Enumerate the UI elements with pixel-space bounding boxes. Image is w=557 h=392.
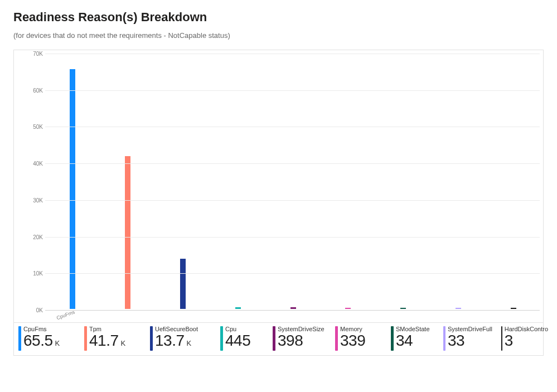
gridline bbox=[45, 163, 540, 164]
chart-bar[interactable] bbox=[511, 308, 516, 309]
card-number: 13.7 bbox=[155, 333, 185, 349]
summary-card[interactable]: CpuFms65.5K bbox=[14, 326, 80, 351]
card-unit: K bbox=[55, 340, 60, 347]
page-subtitle: (for devices that do not meet the requir… bbox=[13, 31, 544, 40]
card-text: Tpm41.7K bbox=[89, 326, 125, 349]
card-accent bbox=[273, 326, 275, 351]
card-text: SModeState34 bbox=[396, 326, 430, 349]
card-accent bbox=[335, 326, 338, 351]
card-number: 398 bbox=[278, 333, 303, 349]
card-text: HardDiskContro3 bbox=[505, 326, 548, 349]
card-value: 13.7K bbox=[155, 333, 198, 349]
summary-card[interactable]: HardDiskContro3 bbox=[497, 326, 553, 351]
y-axis-tick: 70K bbox=[24, 51, 43, 57]
chart-bar[interactable] bbox=[125, 156, 130, 309]
card-value: 3 bbox=[505, 333, 548, 349]
y-axis-tick: 30K bbox=[24, 197, 43, 203]
x-axis-label: CpuFms bbox=[56, 309, 75, 321]
summary-cards: CpuFms65.5KTpm41.7KUefiSecureBoot13.7KCp… bbox=[13, 323, 544, 356]
readiness-chart: 0K10K20K30K40K50K60K70KCpuFms bbox=[13, 50, 544, 323]
y-axis-tick: 40K bbox=[24, 161, 43, 167]
card-value: 339 bbox=[340, 333, 365, 349]
card-number: 41.7 bbox=[89, 333, 119, 349]
gridline bbox=[45, 200, 540, 201]
card-value: 398 bbox=[278, 333, 324, 349]
card-text: SystemDriveSize398 bbox=[278, 326, 324, 349]
summary-card[interactable]: SystemDriveSize398 bbox=[268, 326, 331, 351]
gridline bbox=[45, 273, 540, 274]
card-value: 41.7K bbox=[89, 333, 125, 349]
y-axis-tick: 60K bbox=[24, 87, 43, 93]
card-text: Cpu445 bbox=[225, 326, 250, 349]
summary-card[interactable]: Memory339 bbox=[331, 326, 386, 351]
card-text: SystemDriveFull33 bbox=[448, 326, 492, 349]
card-value: 33 bbox=[448, 333, 492, 349]
card-value: 34 bbox=[396, 333, 430, 349]
card-accent bbox=[150, 326, 153, 351]
page-title: Readiness Reason(s) Breakdown bbox=[13, 10, 544, 25]
gridline bbox=[45, 127, 540, 127]
gridline bbox=[45, 54, 540, 54]
chart-bar[interactable] bbox=[235, 307, 241, 309]
card-accent bbox=[501, 326, 502, 351]
card-number: 33 bbox=[448, 333, 464, 349]
y-axis-tick: 0K bbox=[24, 307, 43, 313]
summary-card[interactable]: Tpm41.7K bbox=[80, 326, 146, 351]
card-value: 445 bbox=[225, 333, 250, 349]
summary-card[interactable]: SModeState34 bbox=[386, 326, 439, 351]
y-axis-tick: 50K bbox=[24, 124, 43, 130]
y-axis-tick: 20K bbox=[24, 234, 43, 240]
gridline bbox=[45, 90, 540, 91]
chart-bar[interactable] bbox=[180, 259, 186, 309]
y-axis-tick: 10K bbox=[24, 270, 43, 277]
card-number: 339 bbox=[340, 333, 365, 349]
summary-card[interactable]: UefiSecureBoot13.7K bbox=[146, 326, 216, 351]
card-accent bbox=[443, 326, 445, 351]
card-text: Memory339 bbox=[340, 326, 365, 349]
card-unit: K bbox=[187, 340, 192, 347]
card-accent bbox=[391, 326, 394, 351]
card-accent bbox=[84, 326, 87, 351]
chart-bars bbox=[45, 54, 540, 309]
card-number: 3 bbox=[505, 333, 513, 349]
card-number: 445 bbox=[225, 333, 250, 349]
chart-bar[interactable] bbox=[456, 308, 461, 309]
card-text: UefiSecureBoot13.7K bbox=[155, 326, 198, 349]
card-accent bbox=[220, 326, 223, 351]
chart-bar[interactable] bbox=[345, 308, 351, 309]
card-number: 34 bbox=[396, 333, 413, 349]
chart-plot-area: 0K10K20K30K40K50K60K70KCpuFms bbox=[45, 54, 540, 309]
card-number: 65.5 bbox=[23, 333, 53, 349]
card-text: CpuFms65.5K bbox=[23, 326, 60, 349]
chart-bar[interactable] bbox=[290, 307, 296, 309]
gridline bbox=[45, 237, 540, 238]
card-accent bbox=[18, 326, 21, 351]
summary-card[interactable]: SystemDriveFull33 bbox=[439, 326, 497, 351]
gridline bbox=[45, 310, 540, 311]
chart-bar[interactable] bbox=[400, 308, 406, 309]
summary-card[interactable]: Cpu445 bbox=[216, 326, 268, 351]
card-unit: K bbox=[121, 340, 126, 347]
card-value: 65.5K bbox=[23, 333, 60, 349]
